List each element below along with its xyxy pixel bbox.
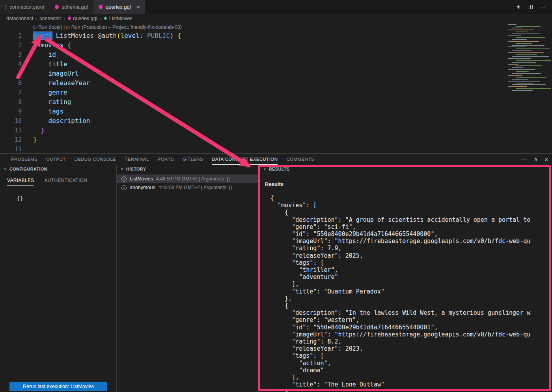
history-entry-ListMovies[interactable]: ✓ListMovies4:48:59 PM GMT+2 | Arguments:… xyxy=(117,175,259,183)
minimap-line xyxy=(516,43,532,44)
bottom-panel: PROBLEMSOUTPUTDEBUG CONSOLETERMINALPORTS… xyxy=(0,153,552,392)
code-line: 13 xyxy=(0,145,501,154)
minimap-line xyxy=(508,75,522,76)
symbol-icon xyxy=(104,17,107,20)
minimap-line xyxy=(508,30,534,30)
code-text: tags xyxy=(33,107,63,116)
chevron-right-icon: › xyxy=(63,16,65,21)
chevron-down-icon: ∨ xyxy=(4,167,7,171)
code-token: level: xyxy=(121,32,144,39)
code-token: PUBLIC xyxy=(147,32,170,39)
variables-editor[interactable]: {} xyxy=(17,195,23,202)
minimap-line xyxy=(508,35,521,36)
panel-tab-data-connect-execution[interactable]: DATA CONNECT EXECUTION xyxy=(212,154,278,165)
minimap-line xyxy=(512,39,527,40)
panel-tab-comments[interactable]: COMMENTS xyxy=(286,154,314,165)
codelens-label: Run (Production – Project: friendly-flix… xyxy=(71,24,182,30)
code-token xyxy=(33,108,48,115)
panel-tab-problems[interactable]: PROBLEMS xyxy=(11,154,37,165)
line-number: 1 xyxy=(0,31,33,41)
line-number: 3 xyxy=(0,50,33,59)
code-text: genre xyxy=(33,88,67,97)
line-number: 10 xyxy=(0,116,33,126)
close-icon[interactable]: × xyxy=(137,4,140,10)
code-token: ) xyxy=(170,32,174,39)
code-token: description xyxy=(48,117,90,124)
history-entry-meta: 4:48:59 PM GMT+2 | Arguments: {} xyxy=(156,176,230,182)
line-number: 7 xyxy=(0,88,33,97)
breadcrumb-label: connector xyxy=(39,16,61,21)
code-editor[interactable]: ▷ Run (local) | ▷ Run (Production – Proj… xyxy=(0,23,552,153)
tab-connector.yaml[interactable]: !connector.yaml xyxy=(0,0,49,14)
chevron-right-icon: › xyxy=(35,16,37,21)
code-token xyxy=(33,79,48,87)
minimap-line xyxy=(516,71,529,72)
line-number: 8 xyxy=(0,97,33,107)
panel-tab-gitlens[interactable]: GITLENS xyxy=(183,154,203,165)
yaml-icon: ! xyxy=(5,4,7,10)
chevron-down-icon: ∨ xyxy=(263,167,266,171)
results-json[interactable]: { "movies": [ { "description": "A group … xyxy=(270,195,552,392)
config-tab-authentication[interactable]: AUTHENTICATION xyxy=(45,178,88,186)
code-token: title xyxy=(48,60,67,68)
code-line: 5 imageUrl xyxy=(0,69,501,78)
line-number: 12 xyxy=(0,135,33,145)
code-token xyxy=(143,32,147,39)
tab-queries.gql[interactable]: queries.gql× xyxy=(93,0,145,14)
tab-label: queries.gql xyxy=(106,4,131,10)
panel-tab-terminal[interactable]: TERMINAL xyxy=(125,154,149,165)
tab-schema.gql[interactable]: schema.gql xyxy=(49,0,93,14)
code-line: 12} xyxy=(0,135,501,145)
configuration-header[interactable]: ∨ CONFIGURATION xyxy=(0,165,116,173)
panel-tab-ports[interactable]: PORTS xyxy=(158,154,174,165)
code-token xyxy=(33,98,48,106)
editor-tabs: !connector.yamlschema.gqlqueries.gql× xyxy=(0,0,145,14)
minimap-line xyxy=(516,60,551,61)
rerun-button[interactable]: Rerun last execution: ListMovies xyxy=(9,382,107,391)
more-actions-icon[interactable]: ⋯ xyxy=(540,4,546,11)
play-icon: ▷ xyxy=(33,24,38,30)
code-token: movies xyxy=(41,41,63,49)
line-number: 5 xyxy=(0,69,33,78)
codelens-separator: | xyxy=(62,24,66,30)
selected-word: query xyxy=(33,32,52,39)
panel-tab-output[interactable]: OUTPUT xyxy=(46,154,66,165)
tab-bar: !connector.yamlschema.gqlqueries.gql× ⋯ xyxy=(0,0,552,14)
code-line: 10 description xyxy=(0,116,501,126)
line-number: 13 xyxy=(0,145,33,154)
breadcrumb-label: dataconnect xyxy=(6,16,33,21)
breadcrumb-item-ListMovies[interactable]: ListMovies xyxy=(104,16,132,21)
results-subtitle: Results xyxy=(265,181,283,187)
tab-label: schema.gql xyxy=(62,4,88,10)
panel-tab-debug-console[interactable]: DEBUG CONSOLE xyxy=(75,154,116,165)
split-editor-icon[interactable] xyxy=(528,5,533,9)
results-header[interactable]: ∨ RESULTS xyxy=(259,165,552,173)
code-token: } xyxy=(41,126,45,134)
chevron-down-icon: ∨ xyxy=(121,167,123,171)
codelens-label: Run (local) xyxy=(38,24,62,30)
code-text: query ListMovies @auth(level: PUBLIC) { xyxy=(33,31,181,41)
minimap-line xyxy=(516,37,545,38)
code-text: releaseYear xyxy=(33,78,90,88)
code-token xyxy=(33,60,48,68)
history-list: ✓ListMovies4:48:59 PM GMT+2 | Arguments:… xyxy=(117,175,259,192)
history-header[interactable]: ∨ HISTORY xyxy=(117,165,259,173)
code-token xyxy=(33,41,41,49)
minimap[interactable] xyxy=(505,23,551,95)
code-text: rating xyxy=(33,97,71,107)
breadcrumb-item-connector[interactable]: connector xyxy=(39,16,61,21)
history-entry-anonymous[interactable]: ✓anonymous4:43:58 PM GMT+2 | Arguments: … xyxy=(117,183,259,192)
code-line: 11 } xyxy=(0,126,501,135)
codelens-run-link[interactable]: ▷ Run (local) xyxy=(33,24,62,30)
breadcrumb-item-queries.gql[interactable]: queries.gql xyxy=(67,16,97,21)
maximize-panel-icon[interactable]: ∧ xyxy=(533,156,538,163)
code-token: genre xyxy=(48,89,67,96)
code-token: tags xyxy=(48,108,64,115)
config-tab-variables[interactable]: VARIABLES xyxy=(7,178,34,186)
breadcrumb-item-dataconnect[interactable]: dataconnect xyxy=(6,16,33,21)
more-actions-icon[interactable]: ⋯ xyxy=(521,156,527,163)
close-panel-icon[interactable]: × xyxy=(545,156,548,163)
codelens-run-link[interactable]: ▷ Run (Production – Project: friendly-fl… xyxy=(66,24,182,30)
check-icon: ✓ xyxy=(121,185,127,190)
sparkle-icon[interactable] xyxy=(516,4,521,9)
